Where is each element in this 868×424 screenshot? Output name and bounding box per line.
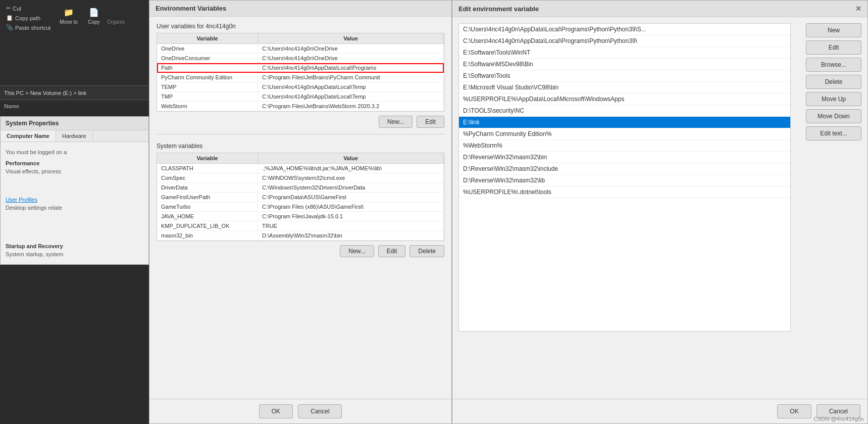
- edit-env-right-btn-edit-text---[interactable]: Edit text...: [806, 126, 861, 140]
- edit-environment-variable-dialog: Edit environment variable ✕ C:\Users\4nc…: [452, 0, 868, 424]
- sys-props-performance-text: Visual effects, process: [6, 168, 143, 174]
- edit-env-list-item-4[interactable]: E:\Software\Tools: [459, 70, 790, 82]
- sys-var-row-1[interactable]: ComSpecC:\WINDOWS\system32\cmd.exe: [157, 173, 444, 183]
- edit-env-list-item-9[interactable]: %PyCharm Community Edition%: [459, 128, 790, 140]
- organize-group: Organis: [107, 4, 125, 25]
- system-variables-label: System variables: [149, 136, 451, 153]
- sys-var-row-7[interactable]: masm32_binD:\Assembly\Win32\masm32\bin: [157, 231, 444, 241]
- edit-env-list-item-12[interactable]: D:\Reverse\Win32\masm32\include: [459, 163, 790, 175]
- watermark-text: CSDN @4nc414g0n: [813, 416, 864, 422]
- env-dialog-footer: OK Cancel: [149, 399, 451, 423]
- copy-path-label: Copy path: [15, 15, 40, 21]
- user-var-cell-value-2: C:\Users\4nc414g0n\AppData\Local\Program…: [258, 63, 444, 72]
- sys-var-row-5[interactable]: JAVA_HOMEC:\Program Files\Java\jdk-15.0.…: [157, 212, 444, 221]
- edit-env-right-btn-move-down[interactable]: Move Down: [806, 109, 861, 123]
- env-dialog-title: Environment Variables: [156, 5, 226, 12]
- sys-var-cell-value-3: C:\ProgramData\ASUS\GameFirst: [258, 193, 444, 202]
- edit-env-list-item-5[interactable]: E:\Microsoft Visual Studio\VC98\bin: [459, 82, 790, 93]
- user-var-cell-value-4: C:\Users\4nc414g0n\AppData\Local\Temp: [258, 82, 444, 91]
- edit-env-list-item-14[interactable]: %USERPROFILE%\.dotnet\tools: [459, 186, 790, 198]
- system-variables-table: Variable Value CLASSPATH.;%JAVA_HOME%\li…: [157, 153, 444, 241]
- edit-env-list: C:\Users\4nc414g0n\AppData\Local\Program…: [458, 23, 791, 332]
- sys-props-startup-section: Startup and Recovery: [6, 243, 143, 249]
- edit-env-list-item-8[interactable]: E:\link: [459, 117, 790, 128]
- user-var-row-5[interactable]: TMPC:\Users\4nc414g0n\AppData\Local\Temp: [157, 92, 444, 102]
- user-var-row-1[interactable]: OneDriveConsumerC:\Users\4nc414g0n\OneDr…: [157, 54, 444, 63]
- toolbar: ✂ Cut 📋 Copy path 📎 Paste shortcut 📁 Mov…: [0, 0, 149, 86]
- paste-shortcut-label: Paste shortcut: [15, 25, 50, 31]
- edit-env-list-item-7[interactable]: D:\TOOLS\security\NC: [459, 105, 790, 117]
- copy-path-button[interactable]: 📋 Copy path: [4, 14, 53, 22]
- sys-new-button[interactable]: New...: [340, 245, 374, 257]
- tab-hardware[interactable]: Hardware: [56, 130, 93, 142]
- user-var-row-3[interactable]: PyCharm Community EditionC:\Program File…: [157, 73, 444, 82]
- paste-shortcut-button[interactable]: 📎 Paste shortcut: [4, 23, 53, 32]
- sys-var-cell-variable-6: KMP_DUPLICATE_LIB_OK: [157, 221, 258, 230]
- user-var-row-4[interactable]: TEMPC:\Users\4nc414g0n\AppData\Local\Tem…: [157, 82, 444, 92]
- env-ok-button[interactable]: OK: [259, 404, 293, 418]
- edit-env-ok-button[interactable]: OK: [777, 404, 811, 418]
- sys-delete-button[interactable]: Delete: [410, 245, 444, 257]
- user-var-cell-value-0: C:\Users\4nc414g0n\OneDrive: [258, 44, 444, 53]
- breadcrumb-path: This PC > New Volume (E:) > link: [4, 90, 86, 96]
- user-var-row-6[interactable]: WebStormC:\Program Files\JetBrains\WebSt…: [157, 102, 444, 111]
- sys-var-row-3[interactable]: GameFirstUserPathC:\ProgramData\ASUS\Gam…: [157, 193, 444, 202]
- sys-var-cell-variable-5: JAVA_HOME: [157, 212, 258, 221]
- edit-env-list-item-1[interactable]: C:\Users\4nc414g0n\AppData\Local\Program…: [459, 35, 790, 47]
- edit-env-list-item-3[interactable]: E:\Software\MSDev98\Bin: [459, 59, 790, 70]
- edit-env-list-item-2[interactable]: E:\Software\Tools\WinNT: [459, 47, 790, 59]
- move-to-icon: 📁: [63, 6, 75, 18]
- system-variables-body: CLASSPATH.;%JAVA_HOME%\lib\dt.jar;%JAVA_…: [157, 164, 444, 241]
- user-var-row-0[interactable]: OneDriveC:\Users\4nc414g0n\OneDrive: [157, 44, 444, 54]
- sys-var-cell-variable-2: DriverData: [157, 183, 258, 192]
- edit-env-right-buttons: NewEditBrowse...DeleteMove UpMove DownEd…: [806, 23, 861, 140]
- system-properties-body: You must be logged on a Performance Visu…: [1, 142, 148, 264]
- user-variables-table: Variable Value OneDriveC:\Users\4nc414g0…: [157, 33, 444, 112]
- cut-button[interactable]: ✂ Cut: [4, 4, 53, 13]
- user-var-cell-variable-2: Path: [157, 63, 258, 72]
- edit-env-right-btn-edit[interactable]: Edit: [806, 40, 861, 55]
- sys-var-cell-value-6: TRUE: [258, 221, 444, 230]
- edit-env-list-item-13[interactable]: D:\Reverse\Win32\masm32\lib: [459, 175, 790, 186]
- cut-icon: ✂: [6, 5, 11, 12]
- copy-label: Copy: [88, 19, 99, 25]
- copy-path-icon: 📋: [6, 15, 13, 21]
- sys-var-row-4[interactable]: GameTurboC:\Program Files (x86)\ASUS\Gam…: [157, 202, 444, 212]
- env-dialog-title-bar: Environment Variables: [149, 1, 451, 17]
- environment-variables-dialog: Environment Variables User variables for…: [149, 0, 452, 424]
- env-cancel-button[interactable]: Cancel: [298, 404, 342, 418]
- sys-var-row-6[interactable]: KMP_DUPLICATE_LIB_OKTRUE: [157, 221, 444, 231]
- edit-env-list-item-10[interactable]: %WebStorm%: [459, 140, 790, 152]
- tab-computer-name[interactable]: Computer Name: [1, 130, 56, 142]
- user-new-button[interactable]: New...: [379, 116, 413, 128]
- user-var-header-variable: Variable: [157, 33, 258, 43]
- sys-var-row-0[interactable]: CLASSPATH.;%JAVA_HOME%\lib\dt.jar;%JAVA_…: [157, 164, 444, 173]
- sys-props-login-text: You must be logged on a: [6, 149, 143, 155]
- edit-env-list-item-11[interactable]: D:\Reverse\Win32\masm32\bin: [459, 152, 790, 163]
- edit-env-list-item-6[interactable]: %USERPROFILE%\AppData\Local\Microsoft\Wi…: [459, 93, 790, 105]
- edit-env-dialog-title: Edit environment variable: [458, 5, 539, 13]
- sys-var-row-2[interactable]: DriverDataC:\Windows\System32\Drivers\Dr…: [157, 183, 444, 193]
- edit-env-right-btn-new[interactable]: New: [806, 23, 861, 37]
- watermark: CSDN @4nc414g0n: [813, 416, 864, 422]
- sys-props-user-profiles-link[interactable]: User Profiles: [6, 197, 143, 203]
- edit-env-list-item-0[interactable]: C:\Users\4nc414g0n\AppData\Local\Program…: [459, 24, 790, 35]
- user-edit-button[interactable]: Edit: [417, 116, 444, 128]
- sys-var-cell-variable-0: CLASSPATH: [157, 164, 258, 173]
- copy-button[interactable]: 📄 Copy: [85, 4, 103, 27]
- edit-env-right-btn-delete[interactable]: Delete: [806, 75, 861, 89]
- sidebar-name-header: Name: [0, 100, 149, 112]
- user-var-row-2[interactable]: PathC:\Users\4nc414g0n\AppData\Local\Pro…: [157, 63, 444, 73]
- edit-env-right-btn-move-up[interactable]: Move Up: [806, 92, 861, 106]
- edit-env-close-button[interactable]: ✕: [855, 5, 861, 13]
- user-variables-label: User variables for 4nc414g0n: [149, 17, 451, 33]
- user-var-cell-value-6: C:\Program Files\JetBrains\WebStorm 2020…: [258, 102, 444, 111]
- sys-var-cell-value-4: C:\Program Files (x86)\ASUS\GameFirst\: [258, 202, 444, 211]
- sys-edit-button[interactable]: Edit: [378, 245, 406, 257]
- edit-env-right-btn-browse---[interactable]: Browse...: [806, 58, 861, 72]
- env-divider: [157, 134, 444, 134]
- move-to-button[interactable]: 📁 Move to: [57, 4, 81, 27]
- breadcrumb: This PC > New Volume (E:) > link: [0, 86, 149, 100]
- cut-label: Cut: [13, 6, 21, 12]
- sys-var-cell-variable-7: masm32_bin: [157, 231, 258, 240]
